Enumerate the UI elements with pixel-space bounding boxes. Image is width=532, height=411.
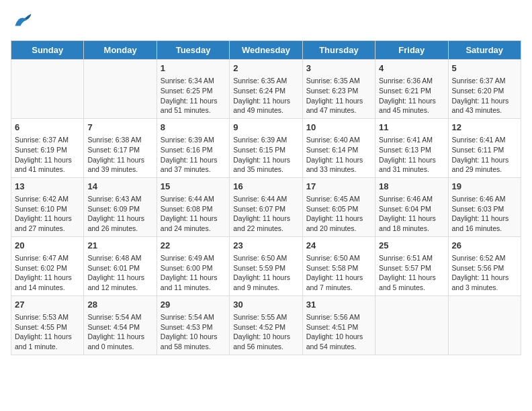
day-info: Sunrise: 6:46 AM Sunset: 6:04 PM Dayligh… xyxy=(379,194,444,234)
day-number: 20 xyxy=(15,240,80,252)
day-number: 10 xyxy=(306,122,371,134)
calendar-table: SundayMondayTuesdayWednesdayThursdayFrid… xyxy=(11,40,521,355)
calendar-cell: 27Sunrise: 5:53 AM Sunset: 4:55 PM Dayli… xyxy=(11,295,84,355)
day-info: Sunrise: 6:36 AM Sunset: 6:21 PM Dayligh… xyxy=(379,76,444,116)
day-number: 7 xyxy=(87,122,152,134)
day-number: 29 xyxy=(161,299,226,311)
page-header xyxy=(11,11,521,32)
day-info: Sunrise: 5:54 AM Sunset: 4:54 PM Dayligh… xyxy=(87,312,152,352)
day-info: Sunrise: 5:53 AM Sunset: 4:55 PM Dayligh… xyxy=(15,312,80,352)
day-info: Sunrise: 6:51 AM Sunset: 5:57 PM Dayligh… xyxy=(379,253,444,293)
weekday-header: Friday xyxy=(375,41,448,60)
calendar-cell: 5Sunrise: 6:37 AM Sunset: 6:20 PM Daylig… xyxy=(448,60,521,119)
day-info: Sunrise: 6:37 AM Sunset: 6:20 PM Dayligh… xyxy=(452,76,517,116)
day-info: Sunrise: 6:44 AM Sunset: 6:07 PM Dayligh… xyxy=(233,194,298,234)
day-number: 4 xyxy=(379,62,444,75)
day-number: 14 xyxy=(87,181,152,193)
calendar-cell: 18Sunrise: 6:46 AM Sunset: 6:04 PM Dayli… xyxy=(375,177,448,236)
day-info: Sunrise: 6:35 AM Sunset: 6:23 PM Dayligh… xyxy=(306,76,371,116)
day-number: 16 xyxy=(233,181,298,193)
day-info: Sunrise: 6:43 AM Sunset: 6:09 PM Dayligh… xyxy=(87,194,152,234)
calendar-week-row: 27Sunrise: 5:53 AM Sunset: 4:55 PM Dayli… xyxy=(11,295,521,355)
calendar-cell: 15Sunrise: 6:44 AM Sunset: 6:08 PM Dayli… xyxy=(157,177,229,236)
day-info: Sunrise: 6:34 AM Sunset: 6:25 PM Dayligh… xyxy=(161,76,226,116)
weekday-header: Tuesday xyxy=(157,41,229,60)
day-number: 1 xyxy=(161,62,226,75)
day-number: 21 xyxy=(87,240,152,252)
calendar-cell: 10Sunrise: 6:40 AM Sunset: 6:14 PM Dayli… xyxy=(302,118,375,177)
day-info: Sunrise: 6:39 AM Sunset: 6:16 PM Dayligh… xyxy=(161,135,226,175)
day-number: 17 xyxy=(306,181,371,193)
calendar-cell: 3Sunrise: 6:35 AM Sunset: 6:23 PM Daylig… xyxy=(302,60,375,119)
calendar-cell: 30Sunrise: 5:55 AM Sunset: 4:52 PM Dayli… xyxy=(230,295,302,355)
calendar-cell: 9Sunrise: 6:39 AM Sunset: 6:15 PM Daylig… xyxy=(230,118,302,177)
day-info: Sunrise: 6:37 AM Sunset: 6:19 PM Dayligh… xyxy=(15,135,80,175)
header-row: SundayMondayTuesdayWednesdayThursdayFrid… xyxy=(11,41,521,60)
calendar-cell: 31Sunrise: 5:56 AM Sunset: 4:51 PM Dayli… xyxy=(302,295,375,355)
calendar-cell: 23Sunrise: 6:50 AM Sunset: 5:59 PM Dayli… xyxy=(230,236,302,295)
calendar-cell: 20Sunrise: 6:47 AM Sunset: 6:02 PM Dayli… xyxy=(11,236,84,295)
day-info: Sunrise: 6:48 AM Sunset: 6:01 PM Dayligh… xyxy=(87,253,152,293)
weekday-header: Sunday xyxy=(11,41,84,60)
calendar-week-row: 6Sunrise: 6:37 AM Sunset: 6:19 PM Daylig… xyxy=(11,118,521,177)
day-number: 26 xyxy=(452,240,517,252)
weekday-header: Wednesday xyxy=(230,41,302,60)
calendar-cell: 21Sunrise: 6:48 AM Sunset: 6:01 PM Dayli… xyxy=(84,236,157,295)
calendar-cell: 1Sunrise: 6:34 AM Sunset: 6:25 PM Daylig… xyxy=(157,60,229,119)
calendar-week-row: 13Sunrise: 6:42 AM Sunset: 6:10 PM Dayli… xyxy=(11,177,521,236)
calendar-cell xyxy=(448,295,521,355)
day-info: Sunrise: 6:50 AM Sunset: 5:59 PM Dayligh… xyxy=(233,253,298,293)
calendar-cell: 14Sunrise: 6:43 AM Sunset: 6:09 PM Dayli… xyxy=(84,177,157,236)
day-number: 25 xyxy=(379,240,444,252)
day-info: Sunrise: 6:35 AM Sunset: 6:24 PM Dayligh… xyxy=(233,76,298,116)
calendar-cell: 13Sunrise: 6:42 AM Sunset: 6:10 PM Dayli… xyxy=(11,177,84,236)
calendar-cell: 24Sunrise: 6:50 AM Sunset: 5:58 PM Dayli… xyxy=(302,236,375,295)
calendar-cell: 28Sunrise: 5:54 AM Sunset: 4:54 PM Dayli… xyxy=(84,295,157,355)
day-info: Sunrise: 5:54 AM Sunset: 4:53 PM Dayligh… xyxy=(161,312,226,352)
day-info: Sunrise: 6:42 AM Sunset: 6:10 PM Dayligh… xyxy=(15,194,80,234)
calendar-cell: 29Sunrise: 5:54 AM Sunset: 4:53 PM Dayli… xyxy=(157,295,229,355)
calendar-cell: 8Sunrise: 6:39 AM Sunset: 6:16 PM Daylig… xyxy=(157,118,229,177)
day-info: Sunrise: 6:52 AM Sunset: 5:56 PM Dayligh… xyxy=(452,253,517,293)
day-number: 3 xyxy=(306,62,371,75)
day-number: 31 xyxy=(306,299,371,311)
day-info: Sunrise: 6:46 AM Sunset: 6:03 PM Dayligh… xyxy=(452,194,517,234)
calendar-cell: 2Sunrise: 6:35 AM Sunset: 6:24 PM Daylig… xyxy=(230,60,302,119)
day-info: Sunrise: 6:41 AM Sunset: 6:13 PM Dayligh… xyxy=(379,135,444,175)
calendar-cell: 6Sunrise: 6:37 AM Sunset: 6:19 PM Daylig… xyxy=(11,118,84,177)
day-number: 13 xyxy=(15,181,80,193)
day-number: 12 xyxy=(452,122,517,134)
day-info: Sunrise: 6:47 AM Sunset: 6:02 PM Dayligh… xyxy=(15,253,80,293)
logo xyxy=(11,11,35,32)
day-number: 30 xyxy=(233,299,298,311)
calendar-cell: 7Sunrise: 6:38 AM Sunset: 6:17 PM Daylig… xyxy=(84,118,157,177)
day-info: Sunrise: 6:44 AM Sunset: 6:08 PM Dayligh… xyxy=(161,194,226,234)
day-number: 22 xyxy=(161,240,226,252)
day-number: 5 xyxy=(452,62,517,75)
day-number: 28 xyxy=(87,299,152,311)
day-info: Sunrise: 6:38 AM Sunset: 6:17 PM Dayligh… xyxy=(87,135,152,175)
calendar-cell: 25Sunrise: 6:51 AM Sunset: 5:57 PM Dayli… xyxy=(375,236,448,295)
calendar-cell: 16Sunrise: 6:44 AM Sunset: 6:07 PM Dayli… xyxy=(230,177,302,236)
day-info: Sunrise: 5:56 AM Sunset: 4:51 PM Dayligh… xyxy=(306,312,371,352)
calendar-cell xyxy=(11,60,84,119)
day-number: 11 xyxy=(379,122,444,134)
day-info: Sunrise: 5:55 AM Sunset: 4:52 PM Dayligh… xyxy=(233,312,298,352)
day-info: Sunrise: 6:49 AM Sunset: 6:00 PM Dayligh… xyxy=(161,253,226,293)
calendar-week-row: 20Sunrise: 6:47 AM Sunset: 6:02 PM Dayli… xyxy=(11,236,521,295)
day-number: 19 xyxy=(452,181,517,193)
day-number: 8 xyxy=(161,122,226,134)
calendar-cell xyxy=(84,60,157,119)
calendar-cell: 22Sunrise: 6:49 AM Sunset: 6:00 PM Dayli… xyxy=(157,236,229,295)
day-number: 27 xyxy=(15,299,80,311)
calendar-cell: 11Sunrise: 6:41 AM Sunset: 6:13 PM Dayli… xyxy=(375,118,448,177)
calendar-cell: 12Sunrise: 6:41 AM Sunset: 6:11 PM Dayli… xyxy=(448,118,521,177)
day-number: 15 xyxy=(161,181,226,193)
calendar-cell: 26Sunrise: 6:52 AM Sunset: 5:56 PM Dayli… xyxy=(448,236,521,295)
day-info: Sunrise: 6:41 AM Sunset: 6:11 PM Dayligh… xyxy=(452,135,517,175)
day-number: 6 xyxy=(15,122,80,134)
calendar-week-row: 1Sunrise: 6:34 AM Sunset: 6:25 PM Daylig… xyxy=(11,60,521,119)
weekday-header: Thursday xyxy=(302,41,375,60)
logo-icon xyxy=(11,11,32,32)
weekday-header: Monday xyxy=(84,41,157,60)
